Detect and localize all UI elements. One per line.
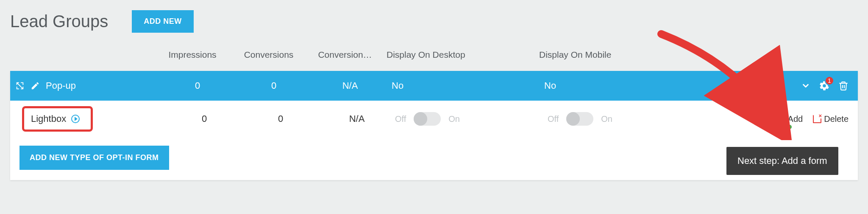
toggle-off-label: Off xyxy=(395,114,406,124)
item-conversions: 0 xyxy=(242,113,319,124)
item-name-highlight[interactable]: Lightbox xyxy=(22,106,93,132)
group-row[interactable]: Pop-up 0 0 N/A No No 1 xyxy=(10,71,858,101)
toggle-on-label: On xyxy=(601,114,612,124)
column-headers: Impressions Conversions Conversion… Disp… xyxy=(10,50,858,71)
page-title: Lead Groups xyxy=(10,12,108,31)
delete-icon xyxy=(813,115,821,123)
item-name: Lightbox xyxy=(31,113,66,124)
toggle-desktop[interactable]: Off On xyxy=(395,112,548,126)
col-conversion-rate: Conversion… xyxy=(307,50,383,60)
toggle-on-label: On xyxy=(448,114,460,124)
expand-icon[interactable] xyxy=(15,81,25,90)
item-impressions: 0 xyxy=(166,113,242,124)
add-new-button[interactable]: ADD NEW xyxy=(132,10,194,33)
play-icon[interactable] xyxy=(71,115,80,123)
add-button[interactable]: Add xyxy=(777,114,803,124)
col-conversions: Conversions xyxy=(231,50,307,60)
group-display-desktop: No xyxy=(388,80,541,91)
add-label: Add xyxy=(788,114,803,124)
switch-mobile[interactable] xyxy=(566,112,593,126)
delete-label: Delete xyxy=(824,114,849,124)
delete-button[interactable]: Delete xyxy=(813,114,849,124)
col-display-desktop: Display On Desktop xyxy=(383,50,536,60)
attention-dot xyxy=(787,125,792,129)
notification-badge: 1 xyxy=(825,76,834,85)
group-display-mobile: No xyxy=(541,80,693,91)
edit-icon[interactable] xyxy=(31,81,40,90)
col-display-mobile: Display On Mobile xyxy=(536,50,688,60)
list-item: Lightbox 0 0 N/A Off On Off On Add Delet xyxy=(10,101,858,137)
add-optin-form-button[interactable]: ADD NEW TYPE OF OPT-IN FORM xyxy=(19,146,169,170)
add-icon xyxy=(777,115,785,123)
chevron-down-icon[interactable] xyxy=(801,81,810,90)
next-step-tooltip: Next step: Add a form xyxy=(726,147,838,175)
toggle-mobile[interactable]: Off On xyxy=(548,112,700,126)
gear-icon[interactable]: 1 xyxy=(819,80,830,91)
group-conversion-rate: N/A xyxy=(312,80,388,91)
group-impressions: 0 xyxy=(159,80,236,91)
trash-icon[interactable] xyxy=(838,81,849,91)
switch-desktop[interactable] xyxy=(414,112,441,126)
col-impressions: Impressions xyxy=(154,50,231,60)
item-conversion-rate: N/A xyxy=(319,113,395,124)
toggle-off-label: Off xyxy=(548,114,559,124)
group-name: Pop-up xyxy=(46,80,76,91)
group-conversions: 0 xyxy=(236,80,312,91)
